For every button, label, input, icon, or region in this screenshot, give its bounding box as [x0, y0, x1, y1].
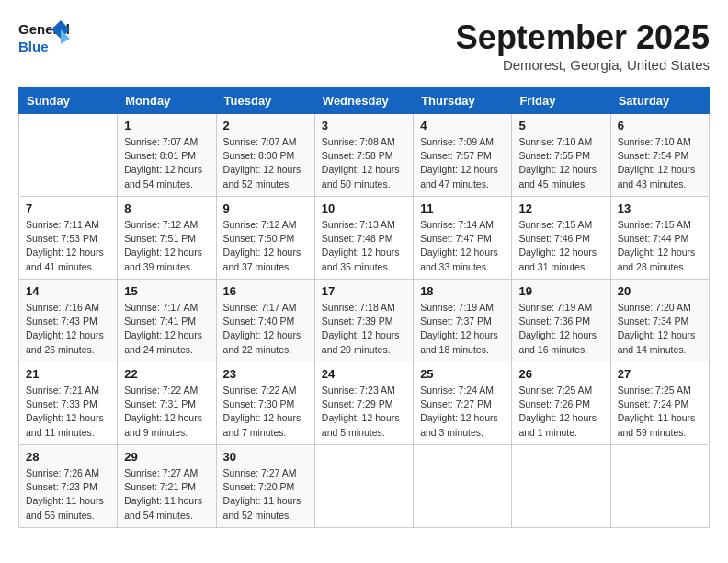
- day-info: Sunrise: 7:24 AMSunset: 7:27 PMDaylight:…: [420, 384, 505, 440]
- weekday-header-wednesday: Wednesday: [314, 88, 413, 114]
- day-number: 23: [223, 367, 308, 381]
- day-number: 29: [124, 450, 209, 464]
- week-row-5: 28Sunrise: 7:26 AMSunset: 7:23 PMDayligh…: [19, 445, 710, 528]
- day-number: 15: [124, 284, 209, 298]
- calendar-cell: 21Sunrise: 7:21 AMSunset: 7:33 PMDayligh…: [19, 362, 118, 445]
- calendar-cell: 22Sunrise: 7:22 AMSunset: 7:31 PMDayligh…: [118, 362, 216, 445]
- day-info: Sunrise: 7:15 AMSunset: 7:46 PMDaylight:…: [518, 218, 603, 274]
- calendar-cell: 6Sunrise: 7:10 AMSunset: 7:54 PMDaylight…: [610, 114, 709, 197]
- day-number: 9: [223, 201, 308, 215]
- day-number: 10: [322, 201, 406, 215]
- calendar-cell: [19, 114, 118, 197]
- calendar-cell: 12Sunrise: 7:15 AMSunset: 7:46 PMDayligh…: [512, 197, 610, 280]
- calendar-cell: 13Sunrise: 7:15 AMSunset: 7:44 PMDayligh…: [610, 197, 709, 280]
- day-number: 24: [322, 367, 406, 381]
- day-number: 7: [26, 201, 110, 215]
- calendar-cell: 27Sunrise: 7:25 AMSunset: 7:24 PMDayligh…: [610, 362, 709, 445]
- page-header: GeneralBlue September 2025 Demorest, Geo…: [18, 18, 710, 73]
- week-row-2: 7Sunrise: 7:11 AMSunset: 7:53 PMDaylight…: [19, 197, 710, 280]
- calendar-cell: 15Sunrise: 7:17 AMSunset: 7:41 PMDayligh…: [118, 280, 216, 362]
- day-number: 1: [124, 119, 209, 132]
- day-info: Sunrise: 7:17 AMSunset: 7:40 PMDaylight:…: [223, 301, 308, 357]
- day-info: Sunrise: 7:27 AMSunset: 7:21 PMDaylight:…: [124, 466, 209, 523]
- calendar-cell: 30Sunrise: 7:27 AMSunset: 7:20 PMDayligh…: [216, 445, 314, 528]
- day-info: Sunrise: 7:16 AMSunset: 7:43 PMDaylight:…: [26, 301, 110, 357]
- calendar-cell: 16Sunrise: 7:17 AMSunset: 7:40 PMDayligh…: [216, 280, 314, 362]
- logo: GeneralBlue: [18, 18, 70, 55]
- day-info: Sunrise: 7:23 AMSunset: 7:29 PMDaylight:…: [322, 384, 406, 440]
- day-number: 27: [618, 367, 702, 381]
- weekday-header-tuesday: Tuesday: [216, 88, 314, 114]
- day-info: Sunrise: 7:10 AMSunset: 7:55 PMDaylight:…: [518, 135, 603, 191]
- day-info: Sunrise: 7:07 AMSunset: 8:01 PMDaylight:…: [124, 135, 209, 191]
- calendar-cell: 25Sunrise: 7:24 AMSunset: 7:27 PMDayligh…: [414, 362, 512, 445]
- calendar-cell: 10Sunrise: 7:13 AMSunset: 7:48 PMDayligh…: [314, 197, 413, 280]
- day-info: Sunrise: 7:11 AMSunset: 7:53 PMDaylight:…: [26, 218, 110, 274]
- day-info: Sunrise: 7:10 AMSunset: 7:54 PMDaylight:…: [618, 135, 702, 191]
- day-number: 11: [420, 201, 505, 215]
- week-row-1: 1Sunrise: 7:07 AMSunset: 8:01 PMDaylight…: [19, 114, 710, 197]
- weekday-header-thursday: Thursday: [414, 88, 512, 114]
- day-info: Sunrise: 7:25 AMSunset: 7:24 PMDaylight:…: [618, 384, 702, 440]
- day-info: Sunrise: 7:21 AMSunset: 7:33 PMDaylight:…: [26, 384, 110, 440]
- day-number: 3: [322, 119, 406, 132]
- calendar-cell: 4Sunrise: 7:09 AMSunset: 7:57 PMDaylight…: [414, 114, 512, 197]
- weekday-header-monday: Monday: [118, 88, 216, 114]
- day-number: 12: [518, 201, 603, 215]
- calendar-cell: 23Sunrise: 7:22 AMSunset: 7:30 PMDayligh…: [216, 362, 314, 445]
- day-info: Sunrise: 7:09 AMSunset: 7:57 PMDaylight:…: [420, 135, 505, 191]
- calendar-table: SundayMondayTuesdayWednesdayThursdayFrid…: [18, 87, 710, 528]
- day-number: 22: [124, 367, 209, 381]
- day-number: 19: [518, 284, 603, 298]
- svg-text:Blue: Blue: [18, 39, 49, 54]
- calendar-cell: 9Sunrise: 7:12 AMSunset: 7:50 PMDaylight…: [216, 197, 314, 280]
- calendar-cell: 18Sunrise: 7:19 AMSunset: 7:37 PMDayligh…: [414, 280, 512, 362]
- day-number: 21: [26, 367, 110, 381]
- calendar-cell: 7Sunrise: 7:11 AMSunset: 7:53 PMDaylight…: [19, 197, 118, 280]
- day-number: 20: [618, 284, 702, 298]
- day-info: Sunrise: 7:27 AMSunset: 7:20 PMDaylight:…: [223, 466, 308, 523]
- calendar-cell: [512, 445, 610, 528]
- day-number: 16: [223, 284, 308, 298]
- day-number: 17: [322, 284, 406, 298]
- calendar-cell: 19Sunrise: 7:19 AMSunset: 7:36 PMDayligh…: [512, 280, 610, 362]
- calendar-cell: [414, 445, 512, 528]
- calendar-cell: [314, 445, 413, 528]
- calendar-cell: 5Sunrise: 7:10 AMSunset: 7:55 PMDaylight…: [512, 114, 610, 197]
- day-number: 30: [223, 450, 308, 464]
- calendar-cell: 14Sunrise: 7:16 AMSunset: 7:43 PMDayligh…: [19, 280, 118, 362]
- week-row-4: 21Sunrise: 7:21 AMSunset: 7:33 PMDayligh…: [19, 362, 710, 445]
- day-number: 25: [420, 367, 505, 381]
- calendar-cell: 17Sunrise: 7:18 AMSunset: 7:39 PMDayligh…: [314, 280, 413, 362]
- day-info: Sunrise: 7:17 AMSunset: 7:41 PMDaylight:…: [124, 301, 209, 357]
- day-number: 26: [518, 367, 603, 381]
- calendar-cell: 26Sunrise: 7:25 AMSunset: 7:26 PMDayligh…: [512, 362, 610, 445]
- weekday-header-row: SundayMondayTuesdayWednesdayThursdayFrid…: [19, 88, 710, 114]
- calendar-cell: 24Sunrise: 7:23 AMSunset: 7:29 PMDayligh…: [314, 362, 413, 445]
- day-number: 18: [420, 284, 505, 298]
- day-number: 13: [618, 201, 702, 215]
- day-info: Sunrise: 7:26 AMSunset: 7:23 PMDaylight:…: [26, 466, 110, 523]
- day-info: Sunrise: 7:19 AMSunset: 7:37 PMDaylight:…: [420, 301, 505, 357]
- calendar-cell: [610, 445, 709, 528]
- day-info: Sunrise: 7:12 AMSunset: 7:51 PMDaylight:…: [124, 218, 209, 274]
- calendar-cell: 2Sunrise: 7:07 AMSunset: 8:00 PMDaylight…: [216, 114, 314, 197]
- day-info: Sunrise: 7:22 AMSunset: 7:30 PMDaylight:…: [223, 384, 308, 440]
- week-row-3: 14Sunrise: 7:16 AMSunset: 7:43 PMDayligh…: [19, 280, 710, 362]
- day-info: Sunrise: 7:15 AMSunset: 7:44 PMDaylight:…: [618, 218, 702, 274]
- day-info: Sunrise: 7:12 AMSunset: 7:50 PMDaylight:…: [223, 218, 308, 274]
- calendar-cell: 3Sunrise: 7:08 AMSunset: 7:58 PMDaylight…: [314, 114, 413, 197]
- day-number: 14: [26, 284, 110, 298]
- title-area: September 2025 Demorest, Georgia, United…: [456, 18, 710, 73]
- month-title: September 2025: [456, 18, 710, 57]
- day-number: 6: [618, 119, 702, 132]
- day-number: 2: [223, 119, 308, 132]
- location: Demorest, Georgia, United States: [456, 57, 710, 73]
- calendar-cell: 11Sunrise: 7:14 AMSunset: 7:47 PMDayligh…: [414, 197, 512, 280]
- day-info: Sunrise: 7:07 AMSunset: 8:00 PMDaylight:…: [223, 135, 308, 191]
- day-number: 5: [518, 119, 603, 132]
- day-number: 4: [420, 119, 505, 132]
- day-info: Sunrise: 7:14 AMSunset: 7:47 PMDaylight:…: [420, 218, 505, 274]
- calendar-cell: 20Sunrise: 7:20 AMSunset: 7:34 PMDayligh…: [610, 280, 709, 362]
- day-info: Sunrise: 7:18 AMSunset: 7:39 PMDaylight:…: [322, 301, 406, 357]
